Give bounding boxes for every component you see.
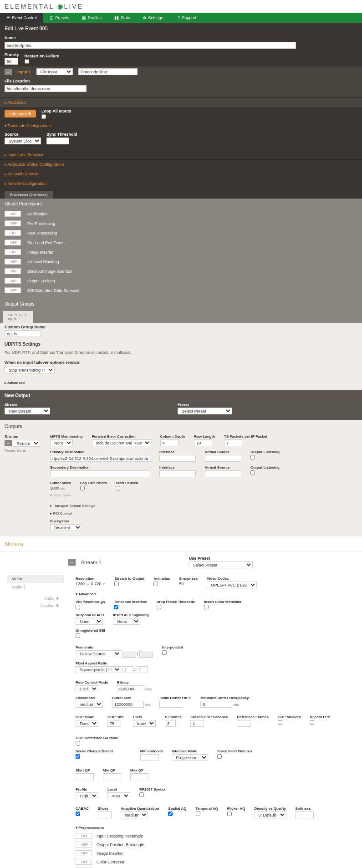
- file-location-input[interactable]: [5, 85, 87, 92]
- icm-checkbox[interactable]: [204, 605, 209, 609]
- remove-stream-button[interactable]: –: [68, 559, 76, 566]
- polisten-checkbox[interactable]: [250, 455, 255, 460]
- gp-608-toggle[interactable]: OFF: [5, 287, 21, 293]
- coldepth-input[interactable]: [160, 439, 178, 446]
- out-stream-select[interactable]: Stream 1: [13, 440, 40, 447]
- siface-input[interactable]: [159, 470, 196, 477]
- iafd-select[interactable]: None: [113, 618, 140, 625]
- input-advanced-toggle[interactable]: Advanced: [0, 97, 362, 107]
- rafd-select[interactable]: None: [76, 618, 103, 625]
- nav-event-control[interactable]: ☰ Event Control: [0, 13, 43, 23]
- gopmark-checkbox[interactable]: [278, 720, 282, 725]
- lep-checkbox[interactable]: [80, 486, 85, 490]
- tc-sync-input[interactable]: [46, 138, 69, 144]
- pp-outpos-toggle[interactable]: OFF: [76, 842, 92, 848]
- sdest-input[interactable]: [50, 470, 150, 477]
- close-icon[interactable]: ✕: [24, 313, 27, 317]
- interp-checkbox[interactable]: [162, 650, 167, 655]
- add-audio-button[interactable]: Audio ✚: [7, 595, 64, 602]
- dft-checkbox[interactable]: [157, 605, 161, 609]
- aq-select[interactable]: medium: [121, 812, 148, 818]
- video-advanced-toggle[interactable]: Advanced: [76, 590, 355, 598]
- nav-support[interactable]: ? Support: [171, 13, 203, 23]
- custom-group-name-input[interactable]: [5, 330, 41, 337]
- vcodec-select[interactable]: MPEG-4 AVC (H.264): [207, 582, 257, 588]
- cgc-input[interactable]: [190, 720, 204, 727]
- piface-input[interactable]: [159, 455, 196, 462]
- tmaq-checkbox[interactable]: [196, 812, 200, 816]
- pp-colorcorr-toggle[interactable]: OFF: [76, 859, 92, 865]
- ffp-checkbox[interactable]: [217, 754, 222, 759]
- gp-startend-toggle[interactable]: OFF: [5, 240, 21, 245]
- input-timecode-input[interactable]: [78, 68, 138, 75]
- ilm-select[interactable]: Progressive: [172, 754, 208, 761]
- cabac-checkbox[interactable]: [76, 812, 80, 816]
- level-select[interactable]: Auto: [107, 792, 130, 799]
- look-select[interactable]: medium: [76, 701, 103, 708]
- ibf-input[interactable]: [159, 701, 182, 708]
- newout-preset-select[interactable]: Select Preset: [178, 408, 232, 414]
- mbo-input[interactable]: [200, 701, 232, 708]
- sp-checkbox[interactable]: [116, 486, 120, 490]
- mqp-input[interactable]: [103, 773, 121, 780]
- vbi-checkbox[interactable]: [76, 605, 80, 609]
- enc-select[interactable]: Disabled: [50, 524, 82, 531]
- units-select[interactable]: frames: [133, 720, 156, 727]
- nielsen-toggle[interactable]: Nielsen Configuration: [0, 179, 362, 188]
- tspkt-input[interactable]: [224, 439, 242, 446]
- tci-checkbox[interactable]: [114, 605, 118, 609]
- tab-audio1[interactable]: Audio 1: [7, 583, 64, 591]
- svsrc-input[interactable]: [205, 470, 241, 477]
- par-den-input[interactable]: [137, 666, 148, 673]
- gp-blackout-toggle[interactable]: OFF: [5, 268, 21, 274]
- output-group-tab[interactable]: UDP/TS✕rtp_ts: [3, 311, 33, 323]
- gp-notification-toggle[interactable]: OFF: [5, 211, 21, 217]
- pp-crop-toggle[interactable]: OFF: [76, 833, 92, 839]
- gops-input[interactable]: [107, 720, 121, 727]
- bitrate-input[interactable]: [117, 685, 144, 692]
- reff-input[interactable]: [237, 720, 250, 727]
- timecode-config-toggle[interactable]: Timecode Configuration: [0, 121, 362, 130]
- restart-checkbox[interactable]: [25, 59, 29, 64]
- bufsize-input[interactable]: [112, 701, 144, 708]
- udp-advanced-toggle[interactable]: Advanced: [5, 381, 25, 385]
- pdest-input[interactable]: [50, 455, 150, 462]
- tab-video[interactable]: Video: [7, 575, 64, 583]
- slices-input[interactable]: [98, 812, 112, 818]
- additional-global-toggle[interactable]: Additional Global Configuration: [0, 159, 362, 169]
- remove-output-button[interactable]: –: [5, 440, 12, 446]
- pvsrc-input[interactable]: [205, 455, 241, 462]
- gp-preprocessing-toggle[interactable]: OFF: [5, 220, 21, 226]
- newout-stream-select[interactable]: New Stream: [5, 408, 50, 414]
- input-loss-toggle[interactable]: Input Loss Behavior: [0, 150, 362, 159]
- profile-select[interactable]: High: [76, 792, 98, 799]
- use-preset-select[interactable]: Select Preset: [189, 562, 253, 568]
- rpps-checkbox[interactable]: [310, 720, 314, 725]
- ad-avail-toggle[interactable]: Ad Avail Controls: [0, 169, 362, 179]
- mini-input[interactable]: [140, 754, 158, 761]
- gopm-select[interactable]: Fixed: [76, 720, 98, 727]
- sqp-input[interactable]: [76, 773, 94, 780]
- failover-select[interactable]: Stop Transmitting TS: [5, 367, 55, 373]
- fec-select[interactable]: Include Column and Row FEC: [92, 439, 151, 446]
- tss-toggle[interactable]: Transport Stream Settings: [50, 504, 95, 508]
- add-input-button[interactable]: Add Input ✚: [5, 110, 36, 117]
- pp-imgins-toggle[interactable]: OFF: [76, 850, 92, 856]
- bf-input[interactable]: [165, 720, 176, 727]
- stretch-checkbox[interactable]: [114, 582, 119, 586]
- preproc-toggle[interactable]: Preprocessors: [76, 824, 355, 832]
- pid-toggle[interactable]: PID Control: [50, 511, 72, 516]
- grbf-checkbox[interactable]: [76, 741, 80, 745]
- par-num-input[interactable]: [122, 666, 133, 673]
- par-select[interactable]: Square pixels (1:1): [76, 666, 121, 673]
- loop-all-checkbox[interactable]: [41, 114, 46, 119]
- rcm-select[interactable]: CBR: [76, 685, 98, 692]
- xqp-input[interactable]: [130, 773, 148, 780]
- dvq-select[interactable]: 0: Default: [255, 812, 286, 818]
- processors-tab[interactable]: Processors (0 enabled): [5, 191, 53, 199]
- nav-stats[interactable]: ▮▮ Stats: [108, 13, 137, 23]
- nav-settings[interactable]: ✿ Settings: [137, 13, 170, 23]
- remove-input-button[interactable]: –: [5, 69, 12, 75]
- priority-input[interactable]: [5, 58, 18, 65]
- mpts-select[interactable]: None: [50, 439, 73, 446]
